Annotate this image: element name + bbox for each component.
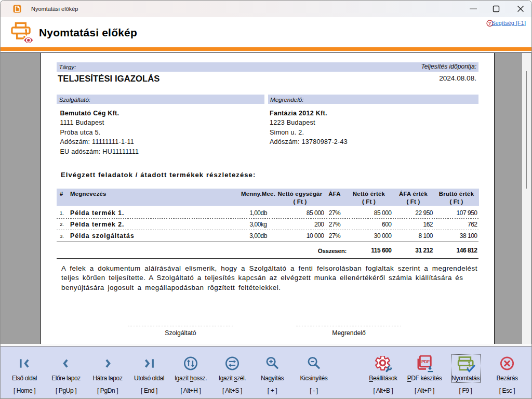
svg-text:PDF: PDF	[421, 359, 430, 364]
svg-text:?: ?	[488, 21, 491, 26]
